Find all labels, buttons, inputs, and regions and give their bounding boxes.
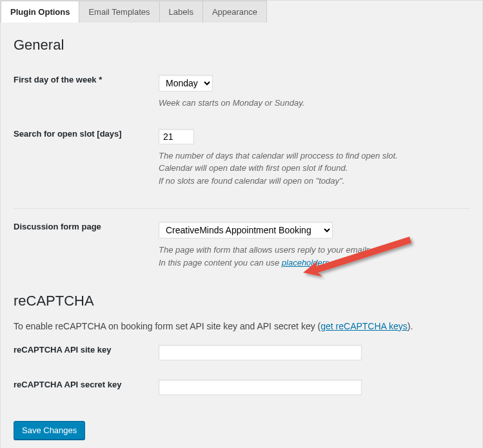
separator: [14, 208, 469, 209]
site-key-input[interactable]: [159, 345, 362, 360]
recaptcha-keys-link[interactable]: get reCAPTCHA keys: [320, 321, 408, 331]
search-days-input[interactable]: [159, 129, 194, 144]
settings-table-general: First day of the week * Monday Week can …: [14, 65, 469, 197]
settings-table-recaptcha: reCAPTCHA API site key reCAPTCHA API sec…: [14, 335, 469, 405]
label-secret-key: reCAPTCHA API secret key: [14, 370, 159, 405]
placeholders-link[interactable]: placeholders: [282, 258, 330, 268]
tab-plugin-options[interactable]: Plugin Options: [1, 1, 79, 23]
tabs-nav: Plugin Options Email Templates Labels Ap…: [1, 1, 482, 23]
tab-labels[interactable]: Labels: [160, 1, 203, 23]
label-search-days: Search for open slot [days]: [14, 119, 159, 197]
first-day-select[interactable]: Monday: [159, 75, 213, 92]
label-first-day: First day of the week *: [14, 65, 159, 119]
label-site-key: reCAPTCHA API site key: [14, 335, 159, 370]
section-heading-recaptcha: reCAPTCHA: [14, 293, 469, 309]
section-heading-general: General: [14, 37, 469, 54]
save-button[interactable]: Save Changes: [14, 421, 85, 440]
search-days-desc: The number of days that calendar will pr…: [159, 150, 469, 188]
discussion-page-select[interactable]: CreativeMinds Appointment Booking: [159, 222, 333, 239]
recaptcha-enable-text: To enable reCAPTCHA on booking form set …: [14, 321, 469, 331]
discussion-page-desc: The page with form that allows users rep…: [159, 244, 469, 269]
settings-table-discussion: Discussion form page CreativeMinds Appoi…: [14, 212, 469, 278]
secret-key-input[interactable]: [159, 380, 362, 395]
tab-appearance[interactable]: Appearance: [203, 1, 267, 23]
first-day-desc: Week can starts on Monday or Sunday.: [159, 97, 469, 110]
label-discussion-page: Discussion form page: [14, 212, 159, 278]
tab-email-templates[interactable]: Email Templates: [79, 1, 159, 23]
